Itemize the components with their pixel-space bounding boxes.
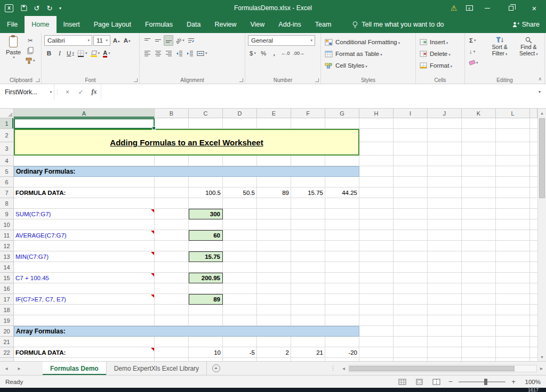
row-header-14[interactable]: 14: [0, 262, 14, 273]
ribbon-display-options-button[interactable]: ∧: [463, 0, 476, 16]
italic-button[interactable]: I: [55, 48, 65, 59]
tab-scroll-divider[interactable]: ⋮: [327, 362, 339, 375]
column-header-d[interactable]: D: [223, 109, 257, 118]
autosum-button[interactable]: Σ: [468, 35, 485, 45]
orientation-button[interactable]: ab: [174, 35, 186, 46]
merge-center-button[interactable]: [196, 48, 208, 59]
row-header-13[interactable]: 13: [0, 251, 14, 262]
zoom-out-button[interactable]: −: [447, 378, 454, 386]
format-as-table-button[interactable]: Format as Table: [324, 48, 413, 60]
column-header-g[interactable]: G: [325, 109, 359, 118]
underline-button[interactable]: U: [66, 48, 75, 59]
collapse-ribbon-button[interactable]: ∧: [538, 76, 542, 81]
percent-style-button[interactable]: %: [259, 48, 268, 59]
decrease-font-size-button[interactable]: A: [122, 35, 132, 46]
sheet-nav-right-button[interactable]: ▸: [13, 362, 26, 375]
cell-styles-button[interactable]: Cell Styles: [324, 60, 413, 71]
cell-C7[interactable]: 100.5: [189, 187, 223, 198]
banner-array[interactable]: Array Formulas:: [14, 326, 359, 337]
name-box-dropdown-icon[interactable]: ▾: [50, 90, 52, 94]
ribbon-tab-home[interactable]: Home: [25, 16, 56, 33]
cell-C17[interactable]: 89: [189, 294, 223, 305]
number-dialog-launcher[interactable]: [315, 78, 319, 82]
font-size-combo[interactable]: 11: [93, 35, 110, 46]
comma-style-button[interactable]: ,: [269, 48, 279, 59]
select-all-button[interactable]: [0, 109, 14, 118]
cell-G7[interactable]: 44.25: [325, 187, 359, 198]
zoom-slider-thumb[interactable]: [484, 379, 487, 385]
font-dialog-launcher[interactable]: [134, 78, 138, 82]
sheet-tab-formulas-demo[interactable]: Formulas Demo: [43, 362, 107, 375]
scroll-right-button[interactable]: ▸: [537, 365, 546, 371]
enter-button[interactable]: ✓: [74, 84, 87, 100]
sort-filter-button[interactable]: Sort & Filter: [486, 35, 513, 68]
cell-D22[interactable]: -5: [223, 347, 257, 358]
horizontal-scroll-thumb[interactable]: [349, 366, 515, 371]
cell-G22[interactable]: -20: [325, 347, 359, 358]
close-button[interactable]: ×: [523, 0, 546, 16]
cell-C13[interactable]: 15.75: [189, 251, 223, 262]
row-header-5[interactable]: 5: [0, 166, 14, 177]
share-button[interactable]: Share: [512, 16, 540, 33]
column-header-c[interactable]: C: [189, 109, 223, 118]
column-header-b[interactable]: B: [155, 109, 189, 118]
customize-quick-access-toolbar-button[interactable]: ▾: [56, 0, 65, 16]
copy-button[interactable]: [25, 46, 36, 55]
ribbon-tab-add-ins[interactable]: Add-ins: [271, 16, 308, 33]
minimize-button[interactable]: [476, 0, 499, 16]
cut-button[interactable]: ✂: [25, 36, 36, 45]
clipboard-dialog-launcher[interactable]: [36, 78, 39, 82]
row-header-2[interactable]: 2: [0, 129, 14, 142]
scroll-left-button[interactable]: ◂: [339, 365, 348, 371]
restore-button[interactable]: [499, 0, 523, 16]
number-format-combo[interactable]: General: [248, 35, 315, 46]
clear-button[interactable]: [468, 58, 485, 68]
name-box[interactable]: FirstWork... ▾: [0, 84, 54, 100]
align-right-button[interactable]: [164, 48, 173, 59]
sheet-tab-demo-expertxls-excel-library[interactable]: Demo ExpertXls Excel Library: [107, 362, 207, 375]
formula-bar-resize-handle[interactable]: ⋮: [54, 84, 61, 100]
row-header-19[interactable]: 19: [0, 315, 14, 326]
row-header-18[interactable]: 18: [0, 305, 14, 315]
ribbon-tab-insert[interactable]: Insert: [57, 16, 87, 33]
row-header-17[interactable]: 17: [0, 294, 14, 305]
increase-decimal-button[interactable]: ←.0: [280, 48, 291, 59]
normal-view-button[interactable]: [396, 378, 408, 386]
bold-button[interactable]: B: [44, 48, 54, 59]
alignment-dialog-launcher[interactable]: [239, 78, 243, 82]
align-left-button[interactable]: [142, 48, 152, 59]
column-header-f[interactable]: F: [291, 109, 325, 118]
cell-A15[interactable]: C7 + 100.45: [14, 273, 155, 283]
formula-input[interactable]: [101, 84, 533, 100]
cell-A7[interactable]: FORMULA DATA:: [14, 187, 155, 198]
row-header-4[interactable]: 4: [0, 156, 14, 166]
selected-cell-A1[interactable]: [14, 118, 155, 129]
horizontal-scrollbar[interactable]: ◂ ▸: [339, 362, 546, 375]
cancel-button[interactable]: ×: [61, 84, 74, 100]
banner-ordinary[interactable]: Ordinary Formulas:: [14, 166, 359, 177]
expand-formula-bar-button[interactable]: ▾: [533, 84, 546, 100]
cell-A17[interactable]: IF(C7>E7, C7, E7): [14, 294, 155, 305]
row-header-1[interactable]: 1: [0, 118, 14, 129]
middle-align-button[interactable]: [153, 35, 163, 46]
center-button[interactable]: [153, 48, 163, 59]
row-header-11[interactable]: 11: [0, 230, 14, 241]
column-header-i[interactable]: I: [394, 109, 428, 118]
cell-F7[interactable]: 15.75: [291, 187, 325, 198]
zoom-level[interactable]: 100%: [521, 379, 541, 385]
bottom-align-button[interactable]: [164, 35, 173, 46]
cell-D7[interactable]: 50.5: [223, 187, 257, 198]
cell-A22[interactable]: FORMULA DATA:: [14, 347, 155, 358]
cell-C9[interactable]: 300: [189, 209, 223, 219]
cell-A11[interactable]: AVERAGE(C7:G7): [14, 230, 155, 241]
save-button[interactable]: [18, 0, 30, 16]
row-header-21[interactable]: 21: [0, 337, 14, 347]
row-header-9[interactable]: 9: [0, 209, 14, 219]
cell-A13[interactable]: MIN(C7:G7): [14, 251, 155, 262]
column-header-j[interactable]: J: [428, 109, 462, 118]
cell-E7[interactable]: 89: [257, 187, 291, 198]
decrease-decimal-button[interactable]: .00→: [292, 48, 306, 59]
cell-A9[interactable]: SUM(C7:G7): [14, 209, 155, 219]
column-header-a[interactable]: A: [14, 109, 155, 118]
undo-button[interactable]: ↺: [30, 0, 43, 16]
